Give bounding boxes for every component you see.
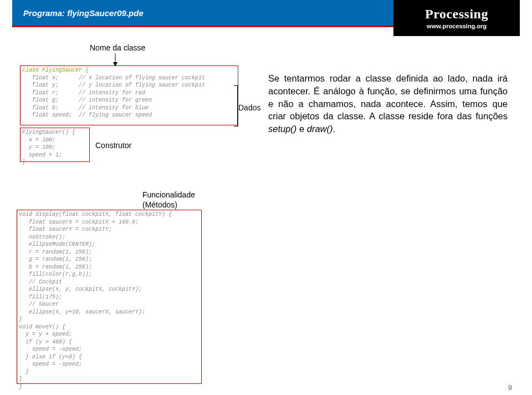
func-line2: (Métodos) [142,200,177,209]
constructor-label: Construtor [95,141,131,150]
dados-label: Dados [238,103,260,112]
dados-bracket [237,85,238,126]
program-title: Programa: flyingSaucer09.pde [23,8,144,18]
code-class-header: class FlyingSaucer { float x; // x locat… [22,67,205,119]
explain-end: . [332,124,335,134]
explain-setup: setup() [268,124,296,134]
arrow-down-icon [110,53,121,67]
code-class-line: class FlyingSaucer { [22,67,89,73]
explain-draw: draw() [307,124,333,134]
code-fields: float x; // x location of flying saucer … [22,75,205,119]
code-methods: void display(float cockpitX, float cockp… [19,211,172,391]
func-line1: Funcionalidade [142,190,195,199]
content-area: Nome da classe class FlyingSaucer { floa… [12,43,520,395]
explain-main: Se tentarmos rodar a classe definida ao … [268,73,508,121]
explain-and: e [296,124,306,134]
processing-logo: Processing www.processing.org [393,0,520,36]
functionality-label: Funcionalidade (Métodos) [142,190,195,210]
code-constructor: FlyingSaucer() { x = 100; y = 100; speed… [22,129,75,166]
explanation-text: Se tentarmos rodar a classe definida ao … [268,72,508,135]
page-number: 9 [508,383,512,392]
class-name-label: Nome da classe [90,43,145,52]
logo-name: Processing [425,7,488,22]
logo-url: www.processing.org [427,23,487,29]
